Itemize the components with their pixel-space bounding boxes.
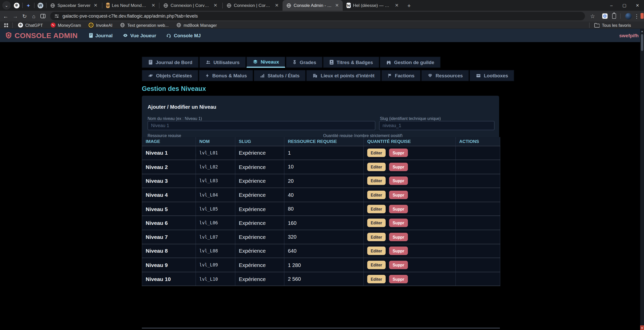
close-button[interactable]: ✕: [631, 0, 644, 11]
nav-vue-joueur[interactable]: Vue Joueur: [123, 33, 156, 38]
level-resource-cell: Expérience: [235, 174, 284, 188]
pinned-tab-spacebar[interactable]: ✻: [11, 0, 22, 11]
close-tab-icon[interactable]: ✕: [334, 3, 340, 8]
delete-level-button[interactable]: Suppr: [389, 219, 408, 227]
medal-icon: [292, 60, 297, 65]
delete-level-button[interactable]: Suppr: [389, 233, 408, 241]
tab-statuts-etats[interactable]: Statuts / États: [254, 70, 306, 81]
tab-ressources[interactable]: Ressources: [421, 70, 469, 81]
tab-gestion-de-guilde[interactable]: Gestion de guilde: [380, 57, 440, 68]
browser-tab[interactable]: Spacebar Server ✕: [47, 0, 102, 11]
tab-objets-celestes[interactable]: Objets Célestes: [142, 70, 198, 81]
bookmark-chatgpt[interactable]: ✻ ChatGPT: [18, 23, 43, 28]
delete-level-button[interactable]: Suppr: [389, 191, 408, 199]
bookmark-label: Text generation web...: [127, 23, 168, 27]
edit-level-button[interactable]: Editer: [367, 219, 386, 227]
maximize-button[interactable]: ▢: [618, 0, 631, 11]
pinned-tab-gemini[interactable]: ✦: [23, 0, 34, 11]
extension-button-2[interactable]: [610, 11, 619, 21]
bookmark-star-icon[interactable]: ☆: [588, 11, 597, 21]
nav-label: Vue Joueur: [130, 33, 156, 38]
close-tab-icon[interactable]: ✕: [151, 3, 156, 8]
tab-bonus-malus[interactable]: Bonus & Malus: [199, 70, 253, 81]
back-button[interactable]: ←: [1, 11, 10, 21]
browser-tab[interactable]: Connexion | Corvara ✕: [159, 0, 222, 11]
delete-level-button[interactable]: Suppr: [389, 177, 408, 185]
nav-journal[interactable]: Journal: [88, 33, 113, 38]
delete-level-button[interactable]: Suppr: [389, 149, 408, 157]
tab-search-chevron-icon[interactable]: ⌄: [2, 1, 11, 10]
browser-tab[interactable]: W Hel (déesse) — Wikipédia ✕: [343, 0, 402, 11]
side-panel-button[interactable]: [38, 11, 48, 21]
tab-journal-de-bord[interactable]: Journal de Bord: [142, 57, 199, 68]
delete-level-button[interactable]: Suppr: [389, 205, 408, 213]
tab-label: Objets Célestes: [156, 73, 192, 78]
col-actions: ACTIONS: [456, 137, 500, 146]
all-bookmarks-button[interactable]: Tous les favoris: [594, 23, 631, 27]
profile-avatar[interactable]: [624, 11, 633, 21]
tab-title: Connexion | Corvara: [171, 3, 211, 8]
level-resource-cell: Expérience: [235, 146, 284, 160]
pinned-tab-wordpress[interactable]: W: [34, 0, 46, 11]
bookmark-mdbook[interactable]: mdBook Manager: [176, 23, 217, 28]
level-resource-cell: Expérience: [235, 244, 284, 258]
scrollbar-thumb[interactable]: [641, 34, 643, 51]
level-slug-cell: lvl_L05: [196, 202, 235, 216]
table-row: Niveau 7 lvl_L07 Expérience 320 Editer S…: [142, 230, 500, 244]
home-button[interactable]: ⌂: [29, 11, 38, 21]
tab-lieux-points-interet[interactable]: Lieux et points d'intérêt: [306, 70, 381, 81]
edit-level-button[interactable]: Editer: [367, 177, 386, 185]
forward-button[interactable]: →: [11, 11, 20, 21]
edit-level-button[interactable]: Editer: [367, 205, 386, 213]
edit-level-button[interactable]: Editer: [367, 149, 386, 157]
scrollbar-down-arrow[interactable]: ▼: [640, 325, 644, 330]
delete-level-button[interactable]: Suppr: [389, 261, 408, 269]
nav-console-mj[interactable]: Console MJ: [166, 33, 201, 38]
name-input[interactable]: [148, 121, 375, 130]
bookmark-moneygram[interactable]: ∿ MoneyGram: [51, 23, 81, 28]
delete-level-button[interactable]: Suppr: [389, 163, 408, 171]
close-tab-icon[interactable]: ✕: [213, 3, 218, 8]
edit-level-button[interactable]: Editer: [367, 191, 386, 199]
close-tab-icon[interactable]: ✕: [394, 3, 399, 8]
tab-utilisateurs[interactable]: Utilisateurs: [199, 57, 246, 68]
empty-cell: [456, 160, 500, 174]
tab-titres-badges[interactable]: Titres & Badges: [323, 57, 379, 68]
edit-level-button[interactable]: Editer: [367, 247, 386, 255]
browser-tab[interactable]: Ψ Les Neuf Mondes de la Mythol ✕: [102, 0, 159, 11]
tab-niveaux[interactable]: Niveaux: [246, 57, 285, 68]
edit-level-button[interactable]: Editer: [367, 163, 386, 171]
tab-factions[interactable]: Factions: [381, 70, 421, 81]
address-bar[interactable]: galactic-pve-conquest-c7fe.dev.flatlogic…: [50, 12, 585, 20]
delete-level-button[interactable]: Suppr: [389, 247, 408, 255]
new-tab-button[interactable]: +: [404, 1, 414, 10]
close-tab-icon[interactable]: ✕: [93, 3, 98, 8]
apps-grid-button[interactable]: [4, 23, 8, 27]
browser-menu-kebab-icon[interactable]: ⋮: [632, 11, 641, 21]
empty-cell: [456, 174, 500, 188]
site-settings-icon[interactable]: [54, 14, 60, 19]
page-scrollbar[interactable]: ▲ ▼: [640, 29, 644, 330]
reload-button[interactable]: ↻: [20, 11, 29, 21]
col-quantite-requise: QUANTITÉ REQUISE: [364, 137, 456, 146]
browser-tab[interactable]: Connexion | Corvara ✕: [223, 0, 283, 11]
slug-input[interactable]: [379, 121, 495, 130]
level-slug-cell: lvl_L01: [196, 146, 235, 160]
edit-level-button[interactable]: Editer: [367, 233, 386, 241]
minimize-button[interactable]: –: [605, 0, 618, 11]
browser-tab-active[interactable]: Console Admin - Nexus ✕: [283, 0, 343, 11]
update-badge[interactable]: [641, 13, 644, 19]
close-tab-icon[interactable]: ✕: [274, 3, 280, 8]
extension-button[interactable]: [600, 11, 610, 21]
delete-level-button[interactable]: Suppr: [389, 275, 408, 283]
tab-label: Bonus & Malus: [212, 73, 247, 78]
tab-grades[interactable]: Grades: [286, 57, 323, 68]
bookmark-textgen[interactable]: Text generation web...: [120, 23, 169, 28]
edit-level-button[interactable]: Editer: [367, 275, 386, 283]
edit-level-button[interactable]: Editer: [367, 261, 386, 269]
brand-name: CONSOLE ADMIN: [15, 31, 78, 40]
tab-label: Journal de Bord: [156, 59, 192, 65]
bookmark-invokeai[interactable]: InvokeAI: [89, 23, 112, 28]
tab-lootboxes[interactable]: Lootboxes: [470, 70, 514, 81]
scrollbar-up-arrow[interactable]: ▲: [640, 29, 644, 33]
